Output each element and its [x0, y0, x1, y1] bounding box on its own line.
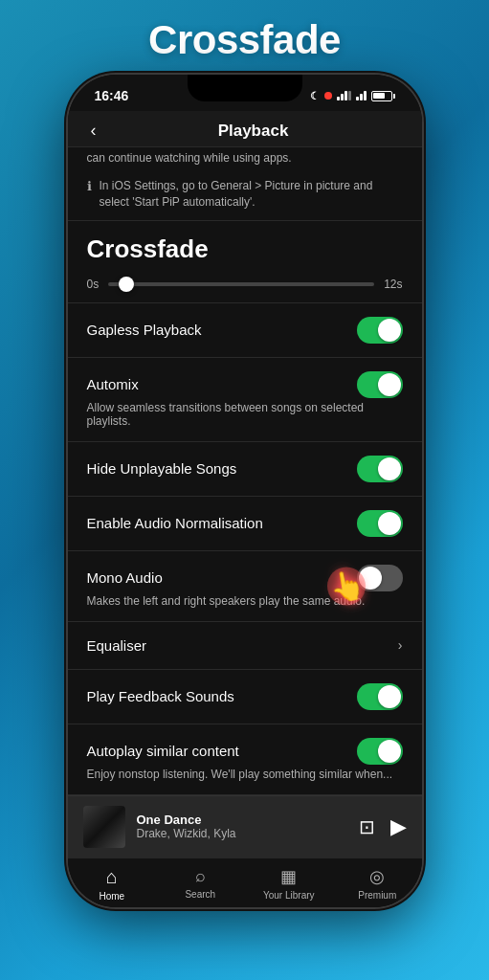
search-icon: ⌕ [195, 866, 206, 886]
pip-continue-text: can continue watching while using apps. [68, 147, 422, 174]
player-artist: Drake, Wizkid, Kyla [137, 827, 347, 840]
player-bar[interactable]: One Dance Drake, Wizkid, Kyla ⊡ ▶ [68, 795, 422, 858]
nav-bar: ‹ Playback [68, 111, 422, 147]
wifi-icon [356, 91, 367, 100]
play-feedback-row[interactable]: Play Feedback Sounds [68, 670, 422, 724]
equaliser-chevron-icon: › [398, 637, 403, 653]
autoplay-toggle[interactable] [357, 738, 403, 765]
library-label: Your Library [263, 890, 315, 901]
home-label: Home [99, 891, 124, 902]
audio-normalisation-label: Enable Audio Normalisation [87, 515, 263, 531]
audio-normalisation-row[interactable]: Enable Audio Normalisation [68, 497, 422, 551]
premium-label: Premium [358, 890, 396, 901]
bottom-nav: ⌂ Home ⌕ Search ▦ Your Library ◎ Premium [68, 858, 422, 907]
status-notch [188, 75, 302, 101]
automix-toggle[interactable] [357, 371, 403, 398]
home-icon: ⌂ [106, 866, 118, 888]
play-feedback-label: Play Feedback Sounds [87, 688, 234, 704]
nav-item-home[interactable]: ⌂ Home [68, 866, 157, 902]
gapless-playback-row[interactable]: Gapless Playback [68, 303, 422, 358]
player-title: One Dance [137, 813, 347, 827]
autoplay-row[interactable]: Autoplay similar content Enjoy nonstop l… [68, 724, 422, 795]
player-thumbnail [83, 806, 125, 848]
premium-icon: ◎ [369, 866, 385, 887]
slider-thumb[interactable] [119, 277, 134, 292]
phone-screen: 16:46 ☾ ‹ Playback [68, 75, 422, 907]
search-label: Search [185, 889, 215, 900]
nav-item-search[interactable]: ⌕ Search [156, 866, 245, 902]
notification-dot [324, 92, 332, 100]
player-info: One Dance Drake, Wizkid, Kyla [137, 813, 347, 840]
audio-normalisation-toggle[interactable] [357, 510, 403, 537]
slider-left-label: 0s [87, 278, 100, 291]
player-controls: ⊡ ▶ [359, 814, 407, 839]
hide-unplayable-toggle[interactable] [357, 456, 403, 482]
info-icon: ℹ [87, 179, 92, 211]
connect-device-icon[interactable]: ⊡ [359, 815, 375, 838]
settings-content: can continue watching while using apps. … [68, 147, 422, 795]
play-button[interactable]: ▶ [390, 814, 407, 839]
nav-item-library[interactable]: ▦ Your Library [245, 866, 334, 902]
nav-item-premium[interactable]: ◎ Premium [333, 866, 422, 902]
hide-unplayable-row[interactable]: Hide Unplayable Songs [68, 442, 422, 497]
slider-right-label: 12s [384, 278, 402, 291]
hand-cursor-icon: 👆 [326, 567, 367, 606]
page-title: Crossfade [148, 0, 341, 75]
pip-info-row: ℹ In iOS Settings, go to General > Pictu… [68, 174, 422, 221]
phone-frame: 16:46 ☾ ‹ Playback [68, 75, 422, 907]
automix-label: Automix [87, 376, 139, 392]
mono-audio-row[interactable]: Mono Audio 👆 Makes the left and right sp… [68, 551, 422, 622]
automix-subtitle: Allow seamless transitions between songs… [87, 401, 403, 428]
crossfade-title: Crossfade [68, 221, 422, 270]
nav-title: Playback [108, 122, 399, 141]
status-time: 16:46 [95, 88, 129, 103]
moon-icon: ☾ [310, 90, 320, 102]
autoplay-subtitle: Enjoy nonstop listening. We'll play some… [87, 768, 403, 781]
pip-info-text: In iOS Settings, go to General > Picture… [100, 178, 403, 211]
crossfade-slider-row[interactable]: 0s 12s [68, 270, 422, 303]
autoplay-label: Autoplay similar content [87, 743, 239, 759]
library-icon: ▦ [280, 866, 297, 887]
equaliser-row[interactable]: Equaliser › [68, 622, 422, 670]
play-feedback-toggle[interactable] [357, 683, 403, 710]
equaliser-label: Equaliser [87, 637, 147, 654]
cursor-container: 👆 [329, 569, 365, 603]
gapless-playback-toggle[interactable] [357, 317, 403, 344]
back-button[interactable]: ‹ [91, 121, 97, 141]
status-icons: ☾ [310, 90, 395, 102]
hide-unplayable-label: Hide Unplayable Songs [87, 460, 237, 477]
automix-row[interactable]: Automix Allow seamless transitions betwe… [68, 358, 422, 442]
signal-bars-icon [337, 91, 351, 100]
status-bar: 16:46 ☾ [68, 75, 422, 111]
mono-audio-label: Mono Audio [87, 569, 163, 586]
gapless-playback-label: Gapless Playback [87, 322, 202, 338]
battery-icon [371, 91, 395, 101]
slider-track[interactable] [108, 282, 374, 286]
